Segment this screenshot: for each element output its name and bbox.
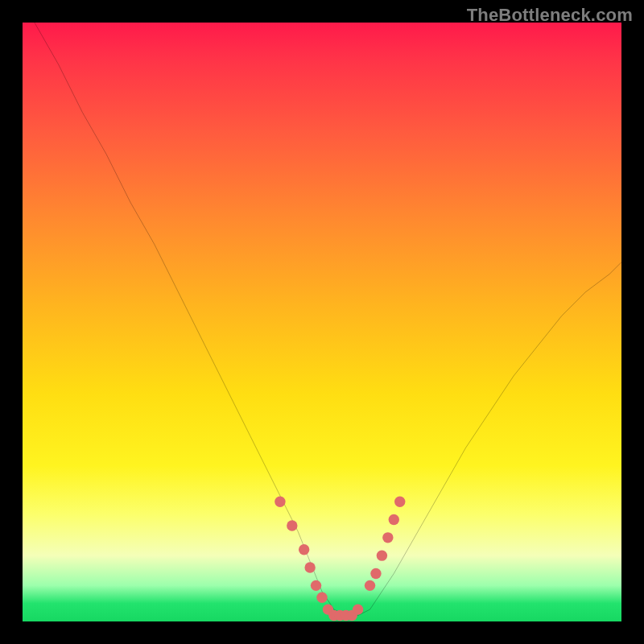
marker-dot bbox=[382, 532, 393, 543]
marker-dot bbox=[377, 550, 387, 560]
marker-dot bbox=[365, 580, 375, 591]
marker-dot bbox=[311, 580, 321, 591]
marker-dot bbox=[370, 568, 381, 579]
marker-dot bbox=[299, 544, 309, 555]
chart-frame: TheBottleneck.com bbox=[0, 0, 644, 644]
marker-dot bbox=[287, 520, 297, 530]
curve-svg bbox=[23, 23, 621, 621]
bottleneck-curve bbox=[35, 23, 621, 616]
marker-dot bbox=[353, 604, 363, 614]
marker-dot bbox=[304, 562, 315, 572]
marker-dot bbox=[389, 514, 399, 525]
highlight-dots bbox=[275, 497, 405, 621]
plot-area bbox=[23, 23, 621, 621]
marker-dot bbox=[275, 497, 285, 507]
marker-dot bbox=[316, 592, 327, 603]
marker-dot bbox=[394, 497, 405, 507]
